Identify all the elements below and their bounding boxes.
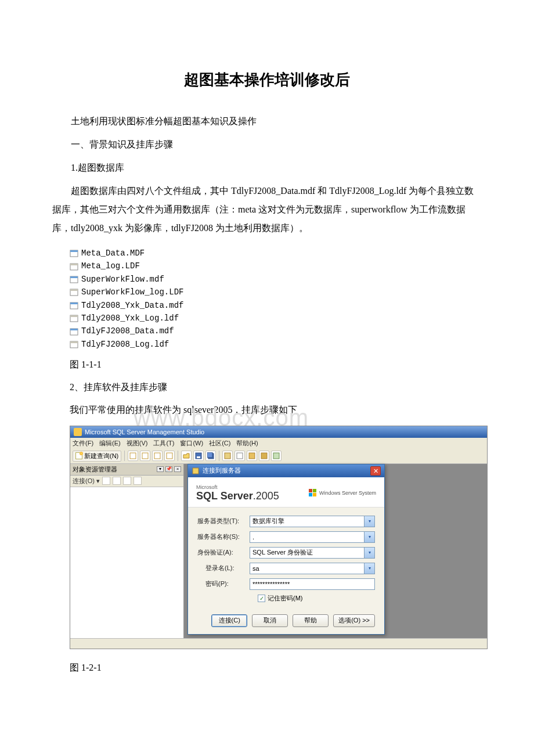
logo-sql-server: SQL Server.2005 — [196, 490, 279, 502]
menu-window[interactable]: 窗口(W) — [180, 439, 203, 448]
auth-label: 身份验证(A): — [197, 548, 250, 557]
options-button[interactable]: 选项(O) >> — [333, 614, 375, 627]
file-name: SuperWorkFlow_log.LDF — [81, 286, 183, 298]
toolbar-icon[interactable] — [140, 451, 150, 461]
svg-rect-24 — [225, 453, 230, 459]
connect-dialog-titlebar: 连接到服务器 ✕ — [188, 465, 384, 477]
sql-server-logo: Microsoft SQL Server.2005 — [196, 484, 279, 502]
close-button[interactable]: ✕ — [370, 466, 381, 476]
connect-dialog-form: 服务器类型(T): 数据库引擎▾ 服务器名称(S): .▾ 身份验证(A): S… — [188, 507, 384, 634]
ssms-app-icon — [74, 428, 82, 436]
db-file-icon — [70, 288, 79, 296]
svg-rect-29 — [193, 468, 199, 474]
list-item: Tdly2008_Yxk_Log.ldf — [70, 312, 482, 325]
svg-rect-31 — [313, 489, 316, 492]
svg-rect-21 — [197, 456, 200, 458]
auth-combo[interactable]: SQL Server 身份验证▾ — [250, 547, 375, 559]
file-name: TdlyFJ2008_Data.mdf — [81, 325, 174, 337]
intro-paragraph: 土地利用现状图标准分幅超图基本知识及操作 — [52, 112, 482, 131]
connect-dialog: 连接到服务器 ✕ Microsoft SQL Server.2005 — [187, 464, 385, 635]
menu-edit[interactable]: 编辑(E) — [99, 439, 121, 448]
list-item: SuperWorkFlow_log.LDF — [70, 286, 482, 298]
logo-microsoft: Microsoft — [196, 484, 279, 490]
svg-rect-5 — [70, 276, 78, 278]
connect-button[interactable]: 连接(C) — [211, 614, 247, 627]
file-name: TdlyFJ2008_Log.ldf — [81, 338, 169, 351]
menu-view[interactable]: 视图(V) — [127, 439, 148, 448]
toolbar-icon[interactable] — [259, 451, 269, 461]
list-item: Meta_log.LDF — [70, 260, 482, 272]
figure-1-1-1-caption: 图 1-1-1 — [70, 357, 482, 373]
db-file-icon — [70, 340, 79, 348]
toolbar-icon[interactable] — [247, 451, 257, 461]
toolbar-icon[interactable] — [222, 451, 233, 461]
svg-rect-23 — [207, 452, 212, 458]
chevron-down-icon: ▾ — [364, 532, 374, 542]
db-file-icon — [70, 262, 79, 271]
oe-toolbar-icon[interactable] — [113, 477, 121, 485]
oe-toolbar-icon[interactable] — [134, 477, 142, 485]
db-file-icon — [70, 275, 79, 283]
connect-dropdown[interactable]: 连接(O) ▾ — [73, 477, 100, 485]
svg-rect-15 — [70, 341, 78, 343]
menu-tools[interactable]: 工具(T) — [153, 439, 174, 448]
panel-dropdown-icon[interactable]: ▾ — [157, 466, 164, 472]
connect-dialog-header: Microsoft SQL Server.2005 Windows Server… — [188, 477, 384, 507]
toolbar-icon[interactable] — [128, 451, 138, 461]
help-button[interactable]: 帮助 — [293, 614, 329, 627]
menu-help[interactable]: 帮助(H) — [236, 439, 258, 448]
ssms-client-area: 连接到服务器 ✕ Microsoft SQL Server.2005 — [184, 464, 487, 638]
password-input[interactable]: *************** — [250, 578, 375, 590]
svg-rect-19 — [167, 453, 172, 459]
remember-password-checkbox[interactable]: ✓ — [258, 595, 265, 602]
wss-text: Windows Server System — [319, 490, 376, 496]
file-name: Meta_log.LDF — [81, 260, 140, 272]
windows-server-system-logo: Windows Server System — [309, 489, 376, 497]
file-name: Tdly2008_Yxk_Data.mdf — [81, 299, 183, 312]
ssms-toolbar: 新建查询(N) — [70, 449, 487, 464]
toolbar-icon[interactable] — [152, 451, 163, 461]
connect-dialog-title-text: 连接到服务器 — [203, 466, 241, 475]
ssms-statusbar — [70, 638, 487, 649]
oe-toolbar-icon[interactable] — [123, 477, 131, 485]
ssms-window: Microsoft SQL Server Management Studio 文… — [70, 426, 488, 649]
new-query-button[interactable]: 新建查询(N) — [73, 451, 121, 462]
save-all-icon[interactable] — [205, 451, 216, 461]
menu-community[interactable]: 社区(C) — [209, 439, 230, 448]
db-file-icon — [70, 249, 79, 257]
server-name-combo[interactable]: .▾ — [250, 531, 375, 543]
svg-rect-30 — [309, 489, 312, 492]
server-type-combo[interactable]: 数据库引擎▾ — [250, 516, 375, 527]
svg-rect-17 — [142, 453, 148, 459]
save-icon[interactable] — [193, 451, 204, 461]
section-1-1-heading: 1.超图数据库 — [52, 159, 482, 177]
db-file-icon — [70, 301, 79, 309]
panel-pin-icon[interactable]: 📌 — [165, 466, 172, 472]
file-list: Meta_Data.MDF Meta_log.LDF SuperWorkFlow… — [70, 247, 482, 351]
chevron-down-icon: ▾ — [364, 548, 374, 558]
figure-1-2-1-caption: 图 1-2-1 — [70, 660, 482, 676]
panel-close-icon[interactable]: × — [174, 466, 181, 472]
remember-password-label: 记住密码(M) — [268, 594, 303, 603]
oe-toolbar-icon[interactable] — [102, 477, 110, 485]
db-file-icon — [70, 314, 79, 322]
toolbar-icon[interactable] — [164, 451, 175, 461]
list-item: TdlyFJ2008_Data.mdf — [70, 325, 482, 337]
menu-file[interactable]: 文件(F) — [73, 439, 93, 448]
login-combo[interactable]: sa▾ — [250, 563, 375, 574]
toolbar-separator — [124, 451, 125, 461]
svg-rect-7 — [70, 289, 78, 291]
open-icon[interactable] — [181, 451, 192, 461]
server-icon — [192, 467, 200, 475]
list-item: TdlyFJ2008_Log.ldf — [70, 338, 482, 351]
toolbar-icon[interactable] — [271, 451, 282, 461]
chevron-down-icon: ▾ — [364, 516, 374, 527]
ssms-title-text: Microsoft SQL Server Management Studio — [85, 429, 204, 435]
object-explorer-panel: 对象资源管理器 ▾ 📌 × 连接(O) ▾ — [70, 464, 184, 638]
cancel-button[interactable]: 取消 — [252, 614, 288, 627]
toolbar-icon[interactable] — [234, 451, 245, 461]
list-item: Meta_Data.MDF — [70, 247, 482, 260]
svg-rect-1 — [70, 250, 78, 252]
password-label: 密码(P): — [197, 579, 250, 588]
server-name-label: 服务器名称(S): — [197, 532, 250, 541]
